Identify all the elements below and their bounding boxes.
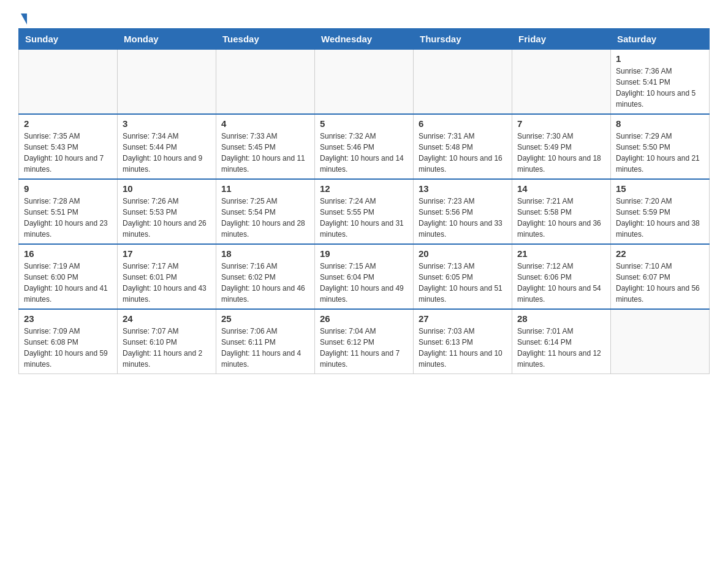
day-number: 6 bbox=[419, 118, 507, 129]
day-number: 8 bbox=[616, 118, 704, 129]
calendar-week-row: 2Sunrise: 7:35 AM Sunset: 5:43 PM Daylig… bbox=[19, 114, 710, 179]
day-info: Sunrise: 7:01 AM Sunset: 6:14 PM Dayligh… bbox=[517, 326, 605, 370]
day-info: Sunrise: 7:24 AM Sunset: 5:55 PM Dayligh… bbox=[320, 196, 408, 240]
day-number: 10 bbox=[123, 183, 211, 194]
day-number: 20 bbox=[419, 248, 507, 259]
day-number: 16 bbox=[24, 248, 112, 259]
day-number: 22 bbox=[616, 248, 704, 259]
calendar-cell: 27Sunrise: 7:03 AM Sunset: 6:13 PM Dayli… bbox=[414, 309, 512, 374]
calendar-week-row: 16Sunrise: 7:19 AM Sunset: 6:00 PM Dayli… bbox=[19, 244, 710, 309]
day-info: Sunrise: 7:26 AM Sunset: 5:53 PM Dayligh… bbox=[123, 196, 211, 240]
calendar-cell: 14Sunrise: 7:21 AM Sunset: 5:58 PM Dayli… bbox=[512, 179, 611, 244]
day-info: Sunrise: 7:04 AM Sunset: 6:12 PM Dayligh… bbox=[320, 326, 408, 370]
day-number: 2 bbox=[24, 118, 112, 129]
day-number: 15 bbox=[616, 183, 704, 194]
day-number: 25 bbox=[221, 313, 309, 324]
day-info: Sunrise: 7:34 AM Sunset: 5:44 PM Dayligh… bbox=[123, 131, 211, 175]
calendar-cell: 22Sunrise: 7:10 AM Sunset: 6:07 PM Dayli… bbox=[611, 244, 710, 309]
day-info: Sunrise: 7:21 AM Sunset: 5:58 PM Dayligh… bbox=[517, 196, 605, 240]
calendar-cell: 12Sunrise: 7:24 AM Sunset: 5:55 PM Dayli… bbox=[315, 179, 414, 244]
page-header bbox=[18, 12, 710, 22]
calendar-cell: 13Sunrise: 7:23 AM Sunset: 5:56 PM Dayli… bbox=[414, 179, 512, 244]
day-info: Sunrise: 7:28 AM Sunset: 5:51 PM Dayligh… bbox=[24, 196, 112, 240]
calendar-cell: 2Sunrise: 7:35 AM Sunset: 5:43 PM Daylig… bbox=[19, 114, 118, 179]
day-number: 23 bbox=[24, 313, 112, 324]
calendar-cell: 15Sunrise: 7:20 AM Sunset: 5:59 PM Dayli… bbox=[611, 179, 710, 244]
calendar-week-row: 9Sunrise: 7:28 AM Sunset: 5:51 PM Daylig… bbox=[19, 179, 710, 244]
day-of-week-header: Saturday bbox=[611, 29, 710, 50]
calendar-cell: 7Sunrise: 7:30 AM Sunset: 5:49 PM Daylig… bbox=[512, 114, 611, 179]
day-info: Sunrise: 7:17 AM Sunset: 6:01 PM Dayligh… bbox=[123, 261, 211, 305]
calendar-cell: 4Sunrise: 7:33 AM Sunset: 5:45 PM Daylig… bbox=[216, 114, 315, 179]
calendar-cell: 20Sunrise: 7:13 AM Sunset: 6:05 PM Dayli… bbox=[414, 244, 512, 309]
day-info: Sunrise: 7:36 AM Sunset: 5:41 PM Dayligh… bbox=[616, 66, 704, 110]
day-info: Sunrise: 7:09 AM Sunset: 6:08 PM Dayligh… bbox=[24, 326, 112, 370]
calendar-cell bbox=[118, 50, 216, 115]
day-number: 21 bbox=[517, 248, 605, 259]
day-info: Sunrise: 7:31 AM Sunset: 5:48 PM Dayligh… bbox=[419, 131, 507, 175]
day-number: 28 bbox=[517, 313, 605, 324]
day-number: 17 bbox=[123, 248, 211, 259]
calendar-cell: 8Sunrise: 7:29 AM Sunset: 5:50 PM Daylig… bbox=[611, 114, 710, 179]
calendar-cell: 28Sunrise: 7:01 AM Sunset: 6:14 PM Dayli… bbox=[512, 309, 611, 374]
day-info: Sunrise: 7:03 AM Sunset: 6:13 PM Dayligh… bbox=[419, 326, 507, 370]
day-of-week-header: Thursday bbox=[414, 29, 512, 50]
calendar-week-row: 1Sunrise: 7:36 AM Sunset: 5:41 PM Daylig… bbox=[19, 50, 710, 115]
day-info: Sunrise: 7:06 AM Sunset: 6:11 PM Dayligh… bbox=[221, 326, 309, 370]
calendar-cell: 24Sunrise: 7:07 AM Sunset: 6:10 PM Dayli… bbox=[118, 309, 216, 374]
logo-arrow-icon bbox=[21, 13, 27, 25]
day-number: 5 bbox=[320, 118, 408, 129]
day-number: 9 bbox=[24, 183, 112, 194]
calendar-cell: 6Sunrise: 7:31 AM Sunset: 5:48 PM Daylig… bbox=[414, 114, 512, 179]
day-number: 27 bbox=[419, 313, 507, 324]
day-number: 7 bbox=[517, 118, 605, 129]
day-number: 14 bbox=[517, 183, 605, 194]
day-number: 3 bbox=[123, 118, 211, 129]
day-info: Sunrise: 7:32 AM Sunset: 5:46 PM Dayligh… bbox=[320, 131, 408, 175]
calendar-cell bbox=[315, 50, 414, 115]
day-info: Sunrise: 7:23 AM Sunset: 5:56 PM Dayligh… bbox=[419, 196, 507, 240]
day-of-week-header: Monday bbox=[118, 29, 216, 50]
calendar-cell bbox=[512, 50, 611, 115]
calendar-cell: 21Sunrise: 7:12 AM Sunset: 6:06 PM Dayli… bbox=[512, 244, 611, 309]
day-info: Sunrise: 7:35 AM Sunset: 5:43 PM Dayligh… bbox=[24, 131, 112, 175]
calendar-cell: 5Sunrise: 7:32 AM Sunset: 5:46 PM Daylig… bbox=[315, 114, 414, 179]
calendar-cell bbox=[611, 309, 710, 374]
day-info: Sunrise: 7:07 AM Sunset: 6:10 PM Dayligh… bbox=[123, 326, 211, 370]
day-number: 1 bbox=[616, 53, 704, 64]
day-of-week-header: Wednesday bbox=[315, 29, 414, 50]
day-info: Sunrise: 7:10 AM Sunset: 6:07 PM Dayligh… bbox=[616, 261, 704, 305]
calendar-cell bbox=[19, 50, 118, 115]
day-of-week-header: Tuesday bbox=[216, 29, 315, 50]
day-info: Sunrise: 7:29 AM Sunset: 5:50 PM Dayligh… bbox=[616, 131, 704, 175]
day-of-week-header: Sunday bbox=[19, 29, 118, 50]
day-number: 13 bbox=[419, 183, 507, 194]
day-info: Sunrise: 7:25 AM Sunset: 5:54 PM Dayligh… bbox=[221, 196, 309, 240]
calendar-cell: 11Sunrise: 7:25 AM Sunset: 5:54 PM Dayli… bbox=[216, 179, 315, 244]
calendar-cell: 1Sunrise: 7:36 AM Sunset: 5:41 PM Daylig… bbox=[611, 50, 710, 115]
day-info: Sunrise: 7:16 AM Sunset: 6:02 PM Dayligh… bbox=[221, 261, 309, 305]
day-of-week-header: Friday bbox=[512, 29, 611, 50]
day-info: Sunrise: 7:33 AM Sunset: 5:45 PM Dayligh… bbox=[221, 131, 309, 175]
calendar-cell: 23Sunrise: 7:09 AM Sunset: 6:08 PM Dayli… bbox=[19, 309, 118, 374]
calendar-cell: 16Sunrise: 7:19 AM Sunset: 6:00 PM Dayli… bbox=[19, 244, 118, 309]
day-number: 12 bbox=[320, 183, 408, 194]
day-info: Sunrise: 7:15 AM Sunset: 6:04 PM Dayligh… bbox=[320, 261, 408, 305]
day-info: Sunrise: 7:30 AM Sunset: 5:49 PM Dayligh… bbox=[517, 131, 605, 175]
calendar-cell: 26Sunrise: 7:04 AM Sunset: 6:12 PM Dayli… bbox=[315, 309, 414, 374]
calendar-week-row: 23Sunrise: 7:09 AM Sunset: 6:08 PM Dayli… bbox=[19, 309, 710, 374]
day-number: 18 bbox=[221, 248, 309, 259]
day-info: Sunrise: 7:12 AM Sunset: 6:06 PM Dayligh… bbox=[517, 261, 605, 305]
day-number: 24 bbox=[123, 313, 211, 324]
day-number: 11 bbox=[221, 183, 309, 194]
calendar-cell: 17Sunrise: 7:17 AM Sunset: 6:01 PM Dayli… bbox=[118, 244, 216, 309]
day-number: 19 bbox=[320, 248, 408, 259]
day-number: 4 bbox=[221, 118, 309, 129]
calendar-cell: 10Sunrise: 7:26 AM Sunset: 5:53 PM Dayli… bbox=[118, 179, 216, 244]
day-info: Sunrise: 7:20 AM Sunset: 5:59 PM Dayligh… bbox=[616, 196, 704, 240]
calendar-cell: 3Sunrise: 7:34 AM Sunset: 5:44 PM Daylig… bbox=[118, 114, 216, 179]
day-number: 26 bbox=[320, 313, 408, 324]
calendar-cell bbox=[216, 50, 315, 115]
day-info: Sunrise: 7:19 AM Sunset: 6:00 PM Dayligh… bbox=[24, 261, 112, 305]
calendar-table: SundayMondayTuesdayWednesdayThursdayFrid… bbox=[18, 28, 710, 374]
